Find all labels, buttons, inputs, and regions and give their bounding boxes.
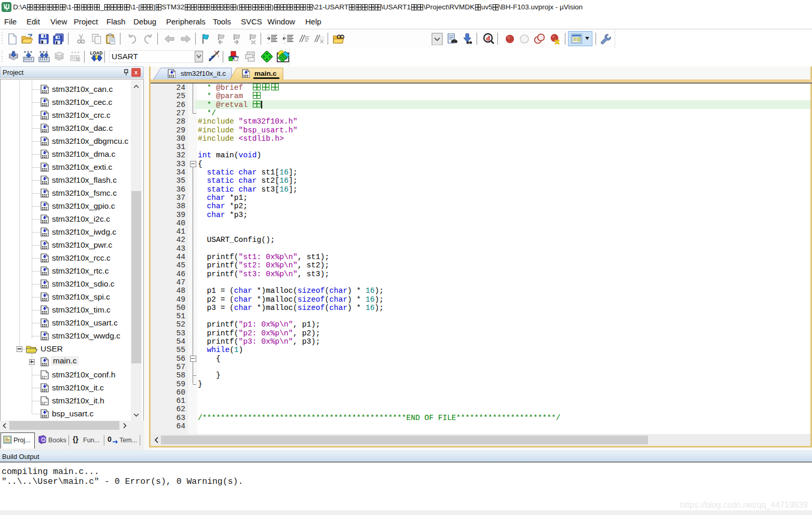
svg-text:d: d xyxy=(486,34,490,42)
svg-text:LOAD: LOAD xyxy=(90,50,103,56)
